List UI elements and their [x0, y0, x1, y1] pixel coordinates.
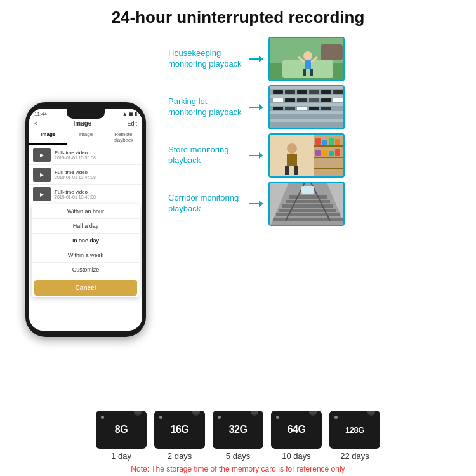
- sd-card-8g: 8G: [96, 411, 147, 449]
- hline-1: [249, 58, 259, 60]
- main-section: 11:44 ▲ ◼ ▮ < Image Edit Image Image Rem…: [0, 34, 476, 406]
- sd-card-128g: 128G: [329, 411, 380, 449]
- svg-rect-42: [315, 150, 321, 156]
- svg-rect-26: [321, 98, 331, 102]
- dropdown-within-hour[interactable]: Within an hour: [32, 204, 140, 219]
- phone-mockup: 11:44 ▲ ◼ ▮ < Image Edit Image Image Rem…: [25, 102, 146, 337]
- tab-image[interactable]: Image: [29, 129, 67, 145]
- page-title: 24-hour uninterrupted recording: [112, 8, 365, 27]
- tab-remote[interactable]: Remote playback: [105, 129, 142, 145]
- svg-rect-14: [270, 114, 345, 119]
- svg-rect-17: [285, 90, 295, 94]
- sd-dot-128g: [334, 416, 338, 419]
- dropdown-week[interactable]: Within a week: [32, 248, 140, 263]
- svg-rect-6: [310, 69, 313, 76]
- sd-card-32g: 32G: [213, 411, 263, 449]
- svg-rect-9: [321, 44, 343, 60]
- hline-2: [249, 107, 259, 108]
- svg-rect-60: [301, 186, 314, 194]
- phone-time: 11:44: [34, 111, 47, 117]
- video-info-2: Full-time video 2019-01-01 13:45:08: [55, 169, 96, 180]
- phone-nav-title: Image: [73, 120, 91, 127]
- storage-card-64g: 64G 10 days: [271, 411, 322, 461]
- svg-point-3: [303, 51, 312, 60]
- svg-rect-48: [285, 166, 289, 175]
- sd-label-32g: 32G: [229, 424, 248, 435]
- arrow-1: [259, 56, 263, 62]
- video-title-3: Full-time video: [55, 189, 96, 195]
- connector-parking: [249, 104, 263, 110]
- monitoring-section: Housekeepingmonitoring playback: [168, 34, 466, 406]
- sd-dot-32g: [218, 416, 221, 419]
- phone-tabs: Image Image Remote playback: [29, 129, 142, 145]
- phone-dropdown: Within an hour Half a day In one day Wit…: [32, 204, 140, 297]
- tab-image2[interactable]: Image: [67, 129, 104, 145]
- dropdown-cancel[interactable]: Cancel: [34, 280, 137, 296]
- svg-rect-44: [329, 151, 334, 156]
- hline-3: [249, 155, 259, 156]
- svg-rect-49: [294, 166, 298, 175]
- video-date-1: 2019-01-01 15:55:08: [55, 155, 96, 160]
- video-item-3[interactable]: ▶ Full-time video 2019-01-01 13:40:08: [29, 185, 142, 204]
- days-64g: 10 days: [282, 451, 311, 461]
- svg-rect-39: [322, 140, 327, 145]
- phone-icons: ▲ ◼ ▮: [122, 111, 137, 117]
- monitoring-store: Store monitoringplayback: [168, 133, 466, 178]
- svg-rect-41: [335, 139, 340, 145]
- svg-rect-5: [303, 69, 306, 76]
- sd-notch-8g: [134, 411, 142, 414]
- svg-rect-55: [282, 204, 333, 208]
- image-store: [268, 133, 345, 178]
- svg-rect-22: [273, 98, 283, 102]
- svg-rect-31: [309, 107, 319, 110]
- svg-rect-27: [333, 98, 343, 102]
- dropdown-one-day[interactable]: In one day: [32, 234, 140, 248]
- svg-rect-29: [285, 107, 295, 110]
- video-date-2: 2019-01-01 13:45:08: [55, 175, 96, 180]
- svg-rect-45: [335, 149, 340, 156]
- svg-rect-43: [322, 150, 327, 156]
- arrow-3: [259, 152, 263, 159]
- svg-rect-30: [297, 107, 307, 110]
- label-corridor: Corridor monitoringplayback: [168, 193, 244, 215]
- dropdown-customize[interactable]: Customize: [32, 263, 140, 277]
- svg-rect-20: [321, 90, 331, 94]
- svg-rect-56: [286, 200, 330, 203]
- monitoring-parking: Parking lotmonitoring playback: [168, 85, 466, 129]
- dropdown-half-day[interactable]: Half a day: [32, 219, 140, 234]
- svg-rect-52: [273, 218, 343, 221]
- storage-section: 8G 1 day 16G 2 days 32G 5 days: [0, 406, 476, 476]
- phone-nav-bar: < Image Edit: [29, 118, 142, 129]
- hline-4: [249, 203, 259, 204]
- video-info-1: Full-time video 2019-01-01 15:55:08: [55, 150, 96, 160]
- connector-store: [249, 152, 263, 159]
- video-item-2[interactable]: ▶ Full-time video 2019-01-01 13:45:08: [29, 165, 142, 185]
- phone-video-list: ▶ Full-time video 2019-01-01 15:55:08 ▶ …: [29, 145, 142, 331]
- storage-card-32g: 32G 5 days: [213, 411, 263, 461]
- video-item-1[interactable]: ▶ Full-time video 2019-01-01 15:55:08: [29, 145, 142, 165]
- connector-housekeeping: [249, 56, 263, 62]
- svg-rect-19: [309, 90, 319, 94]
- svg-rect-25: [309, 98, 319, 102]
- storage-card-8g: 8G 1 day: [96, 411, 147, 461]
- phone-notch: [67, 109, 105, 119]
- video-thumb-2: ▶: [33, 168, 51, 182]
- sd-dot-8g: [101, 416, 104, 419]
- days-128g: 22 days: [340, 451, 369, 461]
- sd-label-8g: 8G: [115, 424, 128, 435]
- monitoring-housekeeping: Housekeepingmonitoring playback: [168, 37, 466, 81]
- svg-rect-38: [315, 138, 321, 145]
- phone-back[interactable]: <: [34, 121, 37, 127]
- storage-note: Note: The storage time of the memory car…: [131, 465, 345, 473]
- storage-card-16g: 16G 2 days: [154, 411, 205, 461]
- svg-rect-18: [297, 90, 307, 94]
- sd-dot-16g: [159, 416, 162, 419]
- sd-notch-16g: [192, 411, 200, 414]
- sd-label-128g: 128G: [345, 425, 364, 435]
- phone-container: 11:44 ▲ ◼ ▮ < Image Edit Image Image Rem…: [10, 34, 162, 406]
- video-date-3: 2019-01-01 13:40:08: [55, 195, 96, 199]
- svg-rect-15: [270, 122, 345, 128]
- image-corridor: [268, 182, 345, 226]
- sd-notch-64g: [309, 411, 317, 414]
- phone-edit[interactable]: Edit: [127, 121, 137, 127]
